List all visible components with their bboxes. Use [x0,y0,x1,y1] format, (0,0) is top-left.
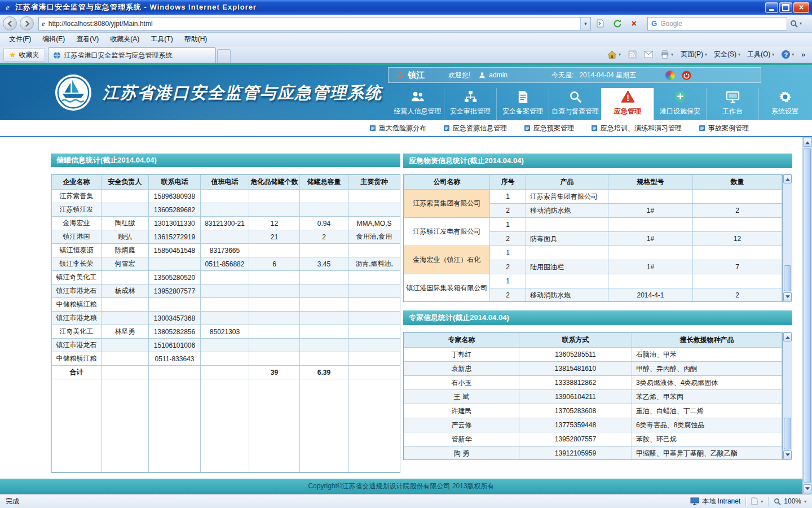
column-header: 联系方式 [519,333,632,348]
cell: 苯胺、环己烷 [632,432,782,446]
mail-button[interactable] [641,48,656,62]
browser-tab[interactable]: 江苏省港口安全监管与应急管理系统 [48,47,216,63]
command-button[interactable]: 工具(O)▾ [744,48,778,62]
nav-item-workbench[interactable]: 工作台 [706,88,758,120]
menu-item[interactable]: 文件(F) [3,33,37,46]
date-label: 今天是: [551,71,573,80]
column-header: 企业名称 [52,175,102,190]
cell [300,312,348,325]
scroll-down-button[interactable] [783,450,792,459]
scroll-up-button[interactable] [783,174,792,183]
minimize-button[interactable] [765,2,778,13]
cell: 13605285511 [519,348,632,362]
subnav-item[interactable]: 应急资源信息管理 [443,124,507,133]
cell [300,271,348,284]
new-tab-stub[interactable] [217,49,231,63]
cell [300,298,348,312]
zoom-control[interactable]: 100% ▾ [774,497,806,505]
supplies-table: 公司名称序号产品规格型号数量 江苏索普集团有限公司1江苏索普集团有限公司2移动消… [403,174,783,302]
page-footer: Copyright©江苏省交通规划设计院股份有限公司 2013版权所有 [0,479,802,494]
menu-item[interactable]: 编辑(E) [37,33,70,46]
nav-item-approval[interactable]: 安全审批管理 [444,88,496,120]
column-header: 擅长救援物种产品 [632,333,782,348]
rss-icon [628,50,637,59]
menu-item[interactable]: 查看(V) [70,33,104,46]
tank-panel: 储罐信息统计(截止2014.04.04) 企业名称安全负责人联系电话值班电话危化… [51,154,400,473]
cell [608,246,693,260]
url-text: http://localhost:8080/yjpt/Main.html [48,20,153,28]
stop-button[interactable]: × [626,17,642,30]
cell [102,203,149,217]
menu-item[interactable]: 收藏夹(A) [104,33,145,46]
command-buttons: 页面(P)▾安全(S)▾工具(O)▾ [677,48,778,62]
scroll-down-button[interactable] [783,292,792,301]
toolbar-overflow-button[interactable]: » [798,48,809,62]
protected-mode-button[interactable]: ▾ [751,497,763,505]
home-button[interactable]: ▾ [604,48,624,62]
logout-button[interactable] [682,71,691,80]
scroll-down-button[interactable] [803,484,811,493]
address-field[interactable]: e http://localhost:8080/yjpt/Main.html ▾ [38,17,591,30]
cell: 21 [249,230,300,244]
feeds-button[interactable] [625,48,640,62]
table-row: 许建民13705283608重油、白蜡油、丁二烯 [404,404,782,418]
scroll-thumb[interactable] [784,418,791,449]
cell: 金海宏业 [52,217,102,230]
help-button[interactable]: ? ▾ [778,48,797,62]
table-row: 镇江港国顾弘13615272919212食用油,食用 [52,230,400,244]
nav-item-settings[interactable]: 系统设置 [758,88,811,120]
user-strip: 镇江 欢迎您! admin 今天是: 2014-04-04 星期五 [388,67,761,83]
subnav-item[interactable]: 事故案例管理 [699,124,749,133]
cell: 13003457368 [149,312,201,325]
theme-icon[interactable] [665,71,675,80]
supplies-scrollbar[interactable] [783,174,792,302]
status-bar: 完成 本地 Intranet ▾ 100% ▾ [0,494,812,508]
table-row: 陶 勇13912105959甲缩醛、甲基异丁基酮、乙酸乙酯 [404,446,782,461]
table-row: 中储粮镇江粮0511-833643 [52,352,400,366]
command-button[interactable]: 安全(S)▾ [710,48,744,62]
menu-item[interactable]: 帮助(H) [179,33,213,46]
scroll-up-button[interactable] [783,332,792,341]
cell [300,190,348,203]
nav-item-label: 安全备案管理 [502,107,543,116]
scroll-thumb[interactable] [804,148,811,483]
close-button[interactable]: × [793,2,809,13]
column-header: 安全负责人 [102,175,149,190]
subnav-item[interactable]: 应急预案管理 [524,124,574,133]
back-button[interactable] [3,16,17,30]
search-box[interactable]: G Google [647,17,787,30]
nav-item-emergency[interactable]: 应急管理 [601,88,654,120]
refresh-button[interactable] [610,17,625,30]
cell [608,274,693,288]
experts-scrollbar[interactable] [783,332,792,460]
page-scrollbar[interactable] [802,137,812,494]
command-button-label: 安全(S) [714,50,736,59]
forward-button[interactable] [20,16,34,30]
nav-item-port-security[interactable]: 港口设施保安 [654,88,706,120]
table-row: 镇江港国际集装箱有限公司1 [404,274,782,288]
cell [348,284,400,298]
scroll-thumb[interactable] [784,265,791,291]
cell: 镇江李长荣 [52,257,102,271]
nav-item-filing[interactable]: 安全备案管理 [496,88,549,120]
favorites-button[interactable]: ★ 收藏夹 [3,48,45,62]
subnav-item[interactable]: 应急培训、演练和演习管理 [591,124,682,133]
subnav-item[interactable]: 重大危险源分布 [369,124,426,133]
cell [249,284,300,298]
cell: 镇江市港龙粮 [52,312,102,325]
search-button[interactable]: ▾ [787,17,805,30]
maximize-button[interactable] [779,2,792,13]
cell [249,352,300,366]
users-icon [411,89,425,104]
nav-item-inspection[interactable]: 自查与督查管理 [549,88,601,120]
scroll-up-button[interactable] [803,138,811,147]
experts-panel-title: 专家信息统计(截止2014.04.04) [403,310,792,325]
command-button[interactable]: 页面(P)▾ [677,48,710,62]
cell [348,325,400,339]
menu-item[interactable]: 工具(T) [145,33,178,46]
compatibility-button[interactable] [593,17,608,30]
nav-item-operators[interactable]: 经营人信息管理 [391,88,444,120]
print-button[interactable]: ▾ [657,48,677,62]
mail-icon [644,51,653,58]
address-dropdown[interactable]: ▾ [580,17,590,30]
